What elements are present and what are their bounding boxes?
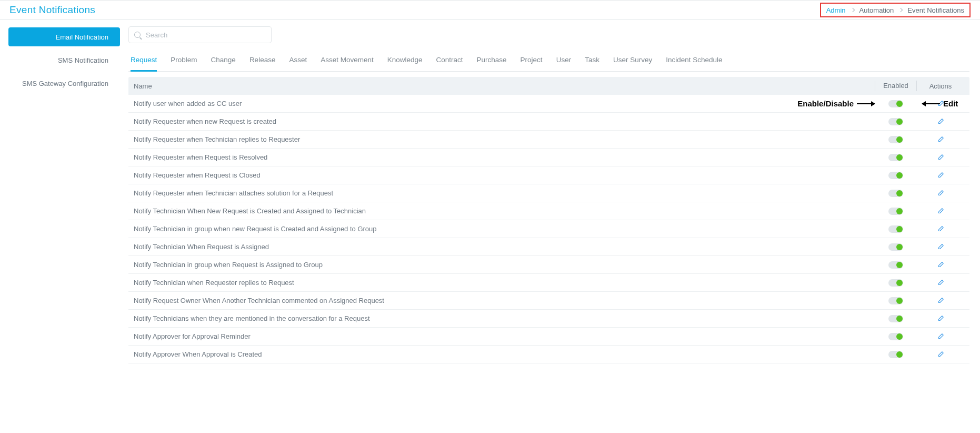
col-header-name: Name [134, 82, 875, 90]
row-name: Notify user when added as CC user [134, 100, 875, 107]
table-row: Notify Requester when Technician attache… [128, 184, 969, 202]
edit-icon[interactable] [937, 118, 944, 125]
enable-toggle[interactable] [888, 172, 903, 179]
row-name: Notify Technician When Request is Assign… [134, 243, 875, 251]
row-actions-cell [917, 261, 964, 269]
row-enabled-cell [875, 118, 917, 125]
edit-icon[interactable] [937, 243, 944, 251]
enable-toggle[interactable] [888, 315, 903, 322]
row-name: Notify Approver for Approval Reminder [134, 332, 875, 340]
edit-icon[interactable] [937, 136, 944, 143]
edit-icon[interactable] [937, 279, 944, 287]
edit-icon[interactable] [937, 225, 944, 233]
enable-toggle[interactable] [888, 154, 903, 161]
breadcrumb-automation[interactable]: Automation [859, 6, 894, 14]
row-actions-cell [917, 351, 964, 358]
tab-request[interactable]: Request [131, 51, 157, 72]
breadcrumb-event-notifications: Event Notifications [907, 6, 964, 14]
table-row: Notify Requester when new Request is cre… [128, 113, 969, 131]
edit-icon[interactable] [937, 315, 944, 322]
edit-icon[interactable] [937, 208, 944, 215]
enable-toggle[interactable] [888, 297, 903, 304]
tab-asset-movement[interactable]: Asset Movement [321, 51, 374, 72]
row-name: Notify Technician in group when Request … [134, 261, 875, 269]
page-title: Event Notifications [9, 4, 95, 16]
row-enabled-cell [875, 333, 917, 340]
row-actions-cell [917, 315, 964, 322]
col-header-enabled: Enabled [875, 81, 917, 91]
enable-toggle[interactable] [888, 225, 903, 233]
row-enabled-cell [875, 315, 917, 322]
edit-icon[interactable] [937, 333, 944, 340]
row-enabled-cell [875, 100, 917, 107]
row-actions-cell [917, 297, 964, 304]
tab-asset[interactable]: Asset [289, 51, 307, 72]
table-row: Notify Technician When New Request is Cr… [128, 202, 969, 220]
edit-icon[interactable] [937, 190, 944, 197]
enable-toggle[interactable] [888, 136, 903, 143]
row-enabled-cell [875, 190, 917, 197]
row-actions-cell [917, 333, 964, 340]
table-header: Name Enabled Actions [128, 77, 969, 95]
notifications-table: Name Enabled Actions Notify user when ad… [128, 77, 969, 363]
sidebar-item-sms-notification[interactable]: SMS Notification [8, 51, 120, 70]
enable-toggle[interactable] [888, 208, 903, 215]
sidebar-item-email-notification[interactable]: Email Notification [8, 27, 120, 46]
row-enabled-cell [875, 172, 917, 179]
tab-contract[interactable]: Contract [436, 51, 463, 72]
tab-incident-schedule[interactable]: Incident Schedule [666, 51, 722, 72]
enable-toggle[interactable] [888, 243, 903, 251]
row-enabled-cell [875, 243, 917, 251]
tab-user[interactable]: User [556, 51, 572, 72]
table-row: Notify Approver for Approval Reminder [128, 328, 969, 346]
search-input-wrap[interactable] [128, 26, 272, 43]
edit-icon[interactable] [937, 154, 944, 161]
chevron-right-icon [898, 8, 903, 12]
row-enabled-cell [875, 208, 917, 215]
tab-knowledge[interactable]: Knowledge [387, 51, 423, 72]
tab-project[interactable]: Project [521, 51, 543, 72]
table-row: Notify user when added as CC userEnable/… [128, 95, 969, 113]
row-enabled-cell [875, 297, 917, 304]
tab-problem[interactable]: Problem [171, 51, 197, 72]
tab-release[interactable]: Release [249, 51, 276, 72]
enable-toggle[interactable] [888, 351, 903, 358]
enable-toggle[interactable] [888, 100, 903, 107]
row-actions-cell [917, 136, 964, 143]
edit-icon[interactable] [937, 172, 944, 179]
enable-toggle[interactable] [888, 261, 903, 269]
enable-toggle[interactable] [888, 190, 903, 197]
topbar: Event Notifications Admin Automation Eve… [0, 0, 980, 20]
row-enabled-cell [875, 154, 917, 161]
table-row: Notify Technician in group when new Requ… [128, 220, 969, 238]
edit-icon[interactable] [937, 100, 944, 107]
edit-icon[interactable] [937, 261, 944, 269]
row-actions-cell [917, 100, 964, 107]
row-name: Notify Requester when Request is Resolve… [134, 153, 875, 161]
table-row: Notify Technician in group when Request … [128, 256, 969, 274]
chevron-right-icon [850, 8, 854, 12]
row-name: Notify Technician When New Request is Cr… [134, 207, 875, 215]
edit-icon[interactable] [937, 351, 944, 358]
tab-change[interactable]: Change [211, 51, 236, 72]
search-icon [134, 32, 141, 38]
tab-user-survey[interactable]: User Survey [613, 51, 652, 72]
row-name: Notify Requester when new Request is cre… [134, 117, 875, 125]
row-name: Notify Request Owner When Another Techni… [134, 297, 875, 304]
row-enabled-cell [875, 225, 917, 233]
enable-toggle[interactable] [888, 118, 903, 125]
tabs: RequestProblemChangeReleaseAssetAsset Mo… [128, 51, 969, 72]
search-input[interactable] [145, 31, 266, 40]
edit-icon[interactable] [937, 297, 944, 304]
table-row: Notify Requester when Request is Resolve… [128, 149, 969, 166]
row-enabled-cell [875, 136, 917, 143]
table-row: Notify Technicians when they are mention… [128, 310, 969, 328]
tab-purchase[interactable]: Purchase [477, 51, 507, 72]
sidebar-item-sms-gateway-configuration[interactable]: SMS Gateway Configuration [8, 74, 120, 93]
row-actions-cell [917, 190, 964, 197]
enable-toggle[interactable] [888, 333, 903, 340]
row-name: Notify Requester when Technician replies… [134, 135, 875, 143]
enable-toggle[interactable] [888, 279, 903, 287]
breadcrumb-admin[interactable]: Admin [826, 6, 846, 14]
tab-task[interactable]: Task [585, 51, 599, 72]
